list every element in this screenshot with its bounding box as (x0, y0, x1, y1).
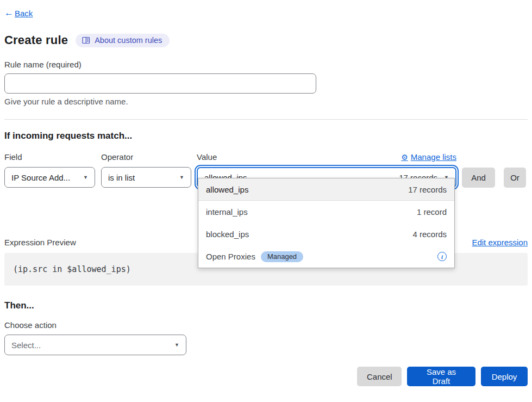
expression-code: (ip.src in $allowed_ips) (13, 264, 131, 274)
rule-name-label: Rule name (required) (4, 60, 528, 69)
action-select-placeholder: Select... (11, 341, 41, 350)
chevron-down-icon: ▼ (174, 342, 179, 348)
info-icon[interactable]: i (437, 252, 447, 261)
choose-action-label: Choose action (4, 320, 528, 330)
back-row: ← Back (4, 8, 528, 18)
about-custom-rules-badge[interactable]: About custom rules (76, 34, 170, 47)
operator-label: Operator (101, 152, 133, 162)
list-item-records: 17 records (408, 185, 447, 194)
deploy-button[interactable]: Deploy (481, 367, 528, 386)
list-item-records: 1 record (417, 207, 447, 217)
then-section-heading: Then... (4, 300, 528, 311)
footer-actions: Cancel Save as Draft Deploy (4, 367, 528, 386)
list-item-records: 4 records (412, 230, 447, 239)
lists-dropdown-menu: allowed_ips 17 records internal_ips 1 re… (198, 178, 455, 268)
edit-expression-link[interactable]: Edit expression (472, 238, 528, 247)
value-column: Value ⚙Manage lists allowed_ips 17 recor… (197, 152, 456, 188)
match-section-heading: If incoming requests match... (4, 131, 528, 141)
page-title: Create rule (4, 33, 68, 47)
condition-builder: Field IP Source Add... ▼ Operator is in … (4, 152, 528, 188)
title-row: Create rule About custom rules (4, 33, 528, 47)
list-item-internal-ips[interactable]: internal_ips 1 record (198, 201, 454, 223)
manage-lists-link[interactable]: ⚙Manage lists (401, 152, 456, 162)
rule-name-input[interactable] (4, 73, 316, 94)
save-as-draft-button[interactable]: Save as Draft (407, 367, 475, 386)
book-icon (82, 36, 90, 44)
operator-column: Operator is in list ▼ (101, 152, 191, 188)
operator-select-value: is in list (108, 173, 135, 182)
list-item-blocked-ips[interactable]: blocked_ips 4 records (198, 223, 454, 245)
and-button[interactable]: And (462, 168, 495, 188)
field-label: Field (4, 152, 22, 162)
rule-name-helper: Give your rule a descriptive name. (4, 97, 528, 106)
action-select[interactable]: Select... ▼ (4, 335, 186, 355)
chevron-down-icon: ▼ (83, 175, 88, 180)
expression-preview-label: Expression Preview (4, 238, 76, 247)
list-item-allowed-ips[interactable]: allowed_ips 17 records (198, 178, 454, 201)
field-select[interactable]: IP Source Add... ▼ (4, 167, 95, 188)
gear-icon: ⚙ (401, 153, 408, 162)
list-item-name: blocked_ips (206, 230, 249, 239)
create-rule-page: ← Back Create rule About custom rules Ru… (0, 0, 532, 386)
field-column: Field IP Source Add... ▼ (4, 152, 95, 188)
back-arrow-icon: ← (4, 8, 14, 18)
operator-select[interactable]: is in list ▼ (101, 167, 191, 188)
list-item-open-proxies[interactable]: Open Proxies Managed i (198, 245, 454, 268)
about-badge-label: About custom rules (95, 36, 162, 45)
list-item-name: Open Proxies (206, 252, 255, 261)
back-link[interactable]: Back (15, 9, 33, 18)
list-item-name: internal_ips (206, 207, 248, 217)
section-divider (4, 119, 528, 120)
value-label: Value (197, 152, 217, 162)
cancel-button[interactable]: Cancel (357, 367, 402, 386)
chevron-down-icon: ▼ (179, 175, 184, 180)
manage-lists-label: Manage lists (411, 152, 456, 162)
or-button[interactable]: Or (504, 168, 526, 188)
field-select-value: IP Source Add... (11, 173, 70, 182)
managed-badge: Managed (261, 251, 303, 262)
condition-row: Field IP Source Add... ▼ Operator is in … (4, 152, 528, 188)
rule-name-block: Rule name (required) Give your rule a de… (4, 60, 528, 106)
list-item-name: allowed_ips (206, 185, 248, 194)
